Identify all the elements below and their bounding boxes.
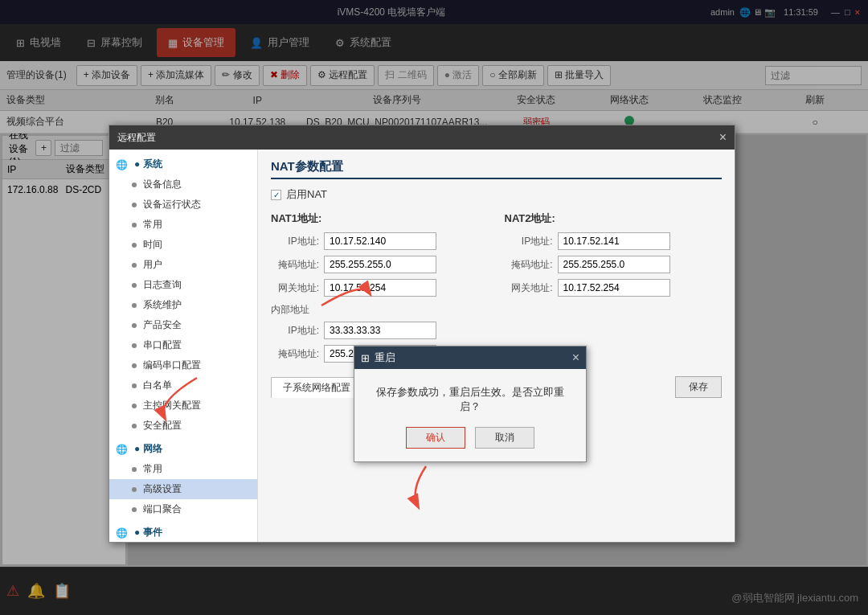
config-dialog-title: 远程配置	[117, 131, 156, 145]
tab-subsystem-network[interactable]: 子系统网络配置	[271, 377, 362, 398]
restart-icon: ⊞	[361, 352, 370, 364]
dot-icon	[132, 343, 137, 348]
dot-icon	[132, 283, 137, 288]
tree-net-common[interactable]: 常用	[109, 459, 257, 479]
nat1-ip-input[interactable]	[324, 232, 436, 250]
config-dialog-close[interactable]: ×	[719, 130, 727, 145]
dot-icon	[132, 182, 137, 187]
nat1-mask-label: 掩码地址:	[271, 258, 319, 272]
dot-icon	[132, 404, 137, 408]
dot-icon	[132, 424, 137, 428]
nat-save-button[interactable]: 保存	[675, 376, 722, 398]
nat2-ip-input[interactable]	[558, 232, 670, 250]
nat-columns: NAT1地址: IP地址: 掩码地址: 网关地址: 内部地址	[271, 211, 722, 368]
config-tree-panel: 🌐 ● 系统 设备信息 设备运行状态 常用 时间 用户 日志查询 系统维护 产品…	[109, 150, 258, 542]
restart-dialog-close[interactable]: ×	[572, 351, 579, 365]
restart-dialog-titlebar: ⊞ 重启 ×	[354, 346, 586, 369]
tree-maintenance[interactable]: 系统维护	[109, 295, 257, 315]
tree-time[interactable]: 时间	[109, 235, 257, 255]
dot-icon	[132, 263, 137, 268]
nat1-gateway-input[interactable]	[324, 279, 436, 297]
tree-product-security[interactable]: 产品安全	[109, 315, 257, 335]
nat1-gateway-row: 网关地址:	[271, 279, 489, 297]
restart-confirm-button[interactable]: 确认	[406, 427, 465, 449]
dot-icon	[132, 487, 137, 492]
restart-buttons: 确认 取消	[354, 427, 586, 461]
dot-icon	[132, 383, 137, 388]
dot-icon	[132, 243, 137, 248]
nat2-mask-row: 掩码地址:	[505, 256, 723, 273]
tree-system-group[interactable]: 🌐 ● 系统	[109, 154, 257, 174]
tree-encode-serial[interactable]: 编码串口配置	[109, 355, 257, 375]
nat2-ip-label: IP地址:	[505, 235, 553, 248]
dot-icon	[132, 303, 137, 308]
dot-icon	[132, 323, 137, 328]
nat2-gateway-label: 网关地址:	[505, 281, 553, 295]
restart-cancel-button[interactable]: 取消	[475, 427, 534, 449]
network-globe-icon: 🌐	[116, 444, 128, 455]
enable-nat-label: 启用NAT	[286, 187, 327, 202]
nat1-title: NAT1地址:	[271, 211, 489, 226]
dot-icon	[132, 203, 137, 207]
nat1-mask-row: 掩码地址:	[271, 256, 489, 273]
tree-event-group[interactable]: 🌐 ● 事件	[109, 523, 257, 542]
tree-whitelist[interactable]: 白名单	[109, 375, 257, 396]
nat2-gateway-input[interactable]	[558, 279, 670, 297]
tree-gateway-config[interactable]: 主控网关配置	[109, 396, 257, 416]
dot-icon	[132, 467, 137, 472]
dot-icon	[132, 223, 137, 228]
config-dialog: 远程配置 × 🌐 ● 系统 设备信息 设备运行状态 常用 时间 用户 日志查询 …	[108, 125, 735, 543]
nat-section-title: NAT参数配置	[271, 159, 722, 179]
enable-nat-checkbox[interactable]: ✓	[271, 190, 281, 200]
nat2-title: NAT2地址:	[505, 211, 723, 226]
dot-icon	[132, 363, 137, 368]
inner-ip-row: IP地址:	[271, 322, 489, 339]
nat2-mask-label: 掩码地址:	[505, 258, 553, 272]
tree-security-config[interactable]: 安全配置	[109, 416, 257, 436]
tree-net-port-agg[interactable]: 端口聚合	[109, 499, 257, 519]
nat2-ip-row: IP地址:	[505, 232, 723, 250]
tree-serial[interactable]: 串口配置	[109, 335, 257, 355]
inner-mask-label: 掩码地址:	[271, 347, 319, 361]
restart-message: 保存参数成功，重启后生效。是否立即重启？	[354, 369, 586, 427]
enable-nat-row: ✓ 启用NAT	[271, 187, 722, 202]
inner-ip-label: IP地址:	[271, 324, 319, 338]
config-dialog-titlebar: 远程配置 ×	[109, 125, 735, 150]
nat2-column: NAT2地址: IP地址: 掩码地址: 网关地址:	[505, 211, 723, 368]
tree-net-advanced[interactable]: 高级设置	[109, 479, 257, 499]
nat2-mask-input[interactable]	[558, 256, 670, 273]
nat1-column: NAT1地址: IP地址: 掩码地址: 网关地址: 内部地址	[271, 211, 489, 368]
event-globe-icon: 🌐	[116, 527, 128, 539]
tree-device-status[interactable]: 设备运行状态	[109, 195, 257, 215]
nat1-gateway-label: 网关地址:	[271, 281, 319, 295]
nat1-ip-row: IP地址:	[271, 232, 489, 250]
system-globe-icon: 🌐	[116, 159, 128, 170]
tree-user[interactable]: 用户	[109, 255, 257, 275]
tree-device-info[interactable]: 设备信息	[109, 174, 257, 195]
nat1-ip-label: IP地址:	[271, 235, 319, 248]
inner-label: 内部地址	[271, 303, 489, 317]
tree-common[interactable]: 常用	[109, 215, 257, 235]
restart-title: 重启	[375, 351, 395, 365]
inner-ip-input[interactable]	[324, 322, 436, 339]
tree-network-group[interactable]: 🌐 ● 网络	[109, 439, 257, 459]
nat1-mask-input[interactable]	[324, 256, 436, 273]
nat2-gateway-row: 网关地址:	[505, 279, 723, 297]
tree-log[interactable]: 日志查询	[109, 275, 257, 295]
restart-dialog: ⊞ 重启 × 保存参数成功，重启后生效。是否立即重启？ 确认 取消	[354, 346, 587, 462]
dot-icon	[132, 507, 137, 512]
